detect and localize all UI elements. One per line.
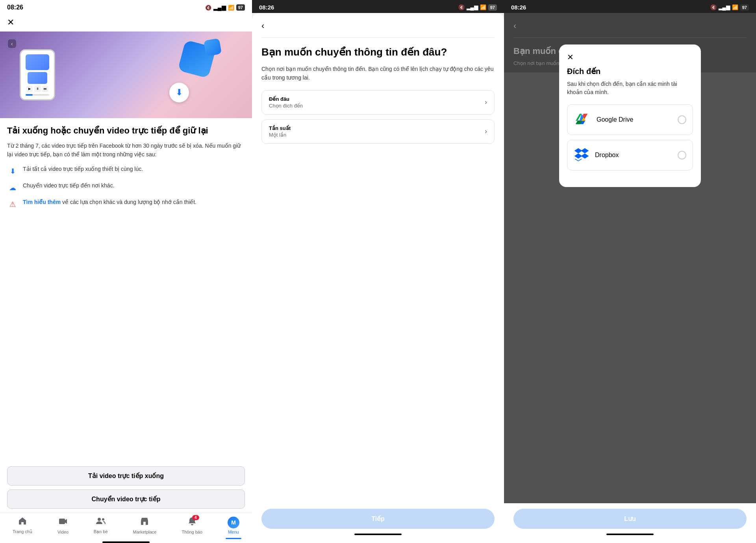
nav-item-video[interactable]: Video <box>57 517 69 534</box>
nav-label-home: Trang chủ <box>13 529 32 534</box>
google-drive-logo <box>574 111 591 128</box>
svg-point-1 <box>98 518 101 521</box>
video-icon <box>58 517 68 528</box>
notification-badge: 4 <box>192 515 199 520</box>
status-bar-1: 08:26 🔇 ▂▄▆ 📶 97 <box>0 0 252 13</box>
nav-label-marketplace: Marketplace <box>133 530 157 534</box>
item-learn-text: Tìm hiểu thêm về các lựa chọn khác và du… <box>23 199 196 205</box>
frequency-field[interactable]: Tần suất Một lần › <box>261 119 495 144</box>
mute-icon: 🔇 <box>205 5 211 11</box>
nav-label-video: Video <box>57 530 69 534</box>
destination-modal: ✕ Đích đến Sau khi chọn đích đến, bạn cầ… <box>559 44 701 187</box>
nav-item-friends[interactable]: Bạn bè <box>94 516 108 534</box>
battery-badge-3: 97 <box>740 4 749 11</box>
destination-value: Chọn đích đến <box>269 103 303 109</box>
nav-label-menu: Menu <box>228 530 239 534</box>
frequency-field-content: Tần suất Một lần <box>269 125 291 138</box>
panel3-bottom: Lưu <box>504 503 756 543</box>
dropbox-name: Dropbox <box>595 152 619 159</box>
panel-1: 08:26 🔇 ▂▄▆ 📶 97 ✕ ▶ ⏸ ⏭ ⬇ ‹ T <box>0 0 252 543</box>
panel-3: 08:26 🔇 ▂▄▆ 📶 97 ‹ Bạn muốn chuyển thông… <box>504 0 756 543</box>
signal-icon: ▂▄▆ <box>213 4 226 11</box>
nav-item-menu[interactable]: M Menu <box>228 517 239 534</box>
panel3-background: ‹ Bạn muốn chuyển thông tin đến đâu? Chọ… <box>504 13 756 503</box>
destination-label: Đến đâu <box>269 96 303 102</box>
mute-icon-3: 🔇 <box>710 4 717 10</box>
nav-item-home[interactable]: Trang chủ <box>13 516 32 534</box>
active-indicator <box>226 538 241 539</box>
save-button[interactable]: Lưu <box>513 509 747 529</box>
wifi-icon: 📶 <box>228 5 234 11</box>
frequency-value: Một lần <box>269 132 291 138</box>
modal-close-button[interactable]: ✕ <box>567 52 574 62</box>
divider-2 <box>261 37 495 38</box>
time-1: 08:26 <box>7 4 23 11</box>
svg-point-2 <box>102 518 104 521</box>
gdrive-name: Google Drive <box>597 116 633 123</box>
time-3: 08:26 <box>511 4 526 11</box>
panel1-item-download: ⬇ Tải tất cả video trực tiếp xuống thiết… <box>7 166 245 177</box>
time-2: 08:26 <box>259 4 274 11</box>
close-button[interactable]: ✕ <box>7 17 14 28</box>
destination-field-content: Đến đâu Chọn đích đến <box>269 96 303 109</box>
google-drive-option[interactable]: Google Drive <box>567 104 693 135</box>
panel1-header: ✕ <box>0 13 252 32</box>
dropbox-option-left: Dropbox <box>574 146 619 164</box>
panel1-title: Tải xuống hoặc chuyển video trực tiếp để… <box>7 125 245 137</box>
nav-label-friends: Bạn bè <box>94 529 108 534</box>
back-button-2[interactable]: ‹ <box>261 21 264 31</box>
marketplace-icon <box>140 517 149 528</box>
panel-2: 08:26 🔇 ▂▄▆ 📶 97 ‹ Bạn muốn chuyển thông… <box>252 0 504 543</box>
item-download-text: Tải tất cả video trực tiếp xuống thiết b… <box>23 166 143 172</box>
transfer-button[interactable]: Chuyển video trực tiếp <box>7 489 245 509</box>
dropbox-radio[interactable] <box>678 151 686 159</box>
download-icon: ⬇ <box>7 166 18 177</box>
svg-rect-4 <box>143 522 146 525</box>
modal-title: Đích đến <box>567 67 693 76</box>
bottom-nav: Trang chủ Video Bạn bè Marketplace 4 <box>0 513 252 539</box>
item-transfer-text: Chuyển video trực tiếp đến nơi khác. <box>23 182 115 189</box>
status-icons-2: 🔇 ▂▄▆ 📶 97 <box>458 4 497 11</box>
nav-item-marketplace[interactable]: Marketplace <box>133 517 157 534</box>
gdrive-radio[interactable] <box>678 115 686 124</box>
panel2-card-inner: ‹ Bạn muốn chuyển thông tin đến đâu? Chọ… <box>252 13 504 503</box>
home-bar-3 <box>606 534 654 535</box>
panel2-title: Bạn muốn chuyển thông tin đến đâu? <box>261 46 495 59</box>
download-arrow-icon: ⬇ <box>169 83 189 102</box>
status-icons-1: 🔇 ▂▄▆ 📶 97 <box>205 4 245 11</box>
chevron-right-icon-2: › <box>485 127 487 135</box>
status-bar-3: 08:26 🔇 ▂▄▆ 📶 97 <box>504 0 756 13</box>
home-bar-2 <box>354 534 402 535</box>
battery-badge-1: 97 <box>236 4 245 11</box>
hero-image: ▶ ⏸ ⏭ ⬇ ‹ <box>0 32 252 118</box>
panel1-description: Từ 2 tháng 7, các video trực tiếp trên F… <box>7 141 245 159</box>
learn-more-link[interactable]: Tìm hiểu thêm <box>23 199 61 205</box>
frequency-label: Tần suất <box>269 125 291 131</box>
dropbox-option[interactable]: Dropbox <box>567 140 693 170</box>
modal-description: Sau khi chọn đích đến, bạn cần xác minh … <box>567 80 693 96</box>
panel1-buttons: Tải video trực tiếp xuống Chuyển video t… <box>0 461 252 513</box>
modal-overlay: ✕ Đích đến Sau khi chọn đích đến, bạn cầ… <box>504 13 756 503</box>
nav-item-notifications[interactable]: 4 Thông báo <box>182 517 202 534</box>
signal-icon-3: ▂▄▆ <box>719 4 730 10</box>
friends-icon <box>96 516 106 528</box>
home-icon <box>18 516 27 528</box>
notifications-icon: 4 <box>187 517 197 528</box>
download-button[interactable]: Tải video trực tiếp xuống <box>7 466 245 486</box>
signal-icon-2: ▂▄▆ <box>467 4 478 10</box>
panel1-item-transfer: ☁ Chuyển video trực tiếp đến nơi khác. <box>7 182 245 193</box>
gdrive-option-left: Google Drive <box>574 111 633 128</box>
panel1-item-learn: ⚠ Tìm hiểu thêm về các lựa chọn khác và … <box>7 199 245 210</box>
panel2-bottom: Tiếp <box>252 503 504 543</box>
nav-label-notifications: Thông báo <box>182 530 202 534</box>
svg-rect-0 <box>59 519 65 524</box>
panel2-content: ‹ Bạn muốn chuyển thông tin đến đâu? Chọ… <box>252 13 504 543</box>
menu-avatar: M <box>228 517 239 528</box>
status-icons-3: 🔇 ▂▄▆ 📶 97 <box>710 4 749 11</box>
next-button[interactable]: Tiếp <box>261 509 495 529</box>
destination-field[interactable]: Đến đâu Chọn đích đến › <box>261 90 495 115</box>
status-bar-2: 08:26 🔇 ▂▄▆ 📶 97 <box>252 0 504 13</box>
panel2-card: ‹ Bạn muốn chuyển thông tin đến đâu? Chọ… <box>252 13 504 543</box>
panel2-description: Chọn nơi bạn muốn chuyển thông tin đến. … <box>261 65 495 82</box>
phone-mockup: ▶ ⏸ ⏭ <box>20 49 55 100</box>
